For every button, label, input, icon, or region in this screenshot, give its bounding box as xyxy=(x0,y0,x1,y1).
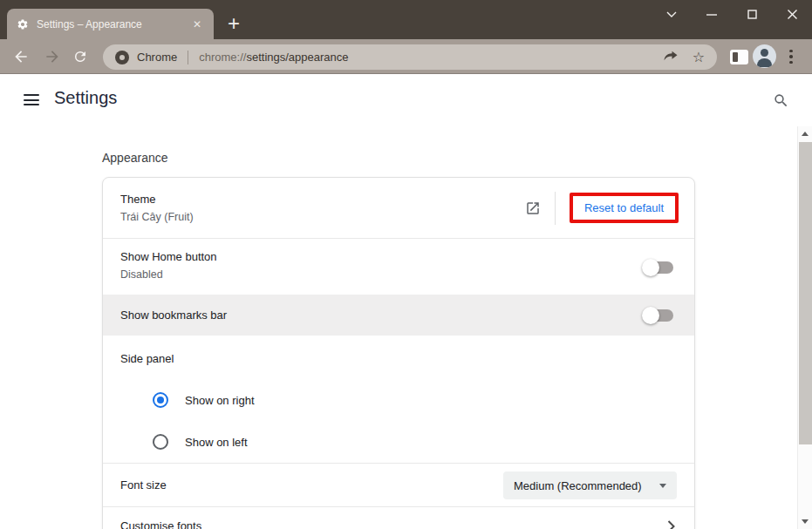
page-title: Settings xyxy=(54,88,117,108)
option-label: Show on left xyxy=(185,436,248,449)
browser-tab[interactable]: Settings – Appearance ✕ xyxy=(7,9,214,39)
customise-fonts-label: Customise fonts xyxy=(120,519,677,529)
search-icon[interactable] xyxy=(771,91,790,110)
show-bookmarks-toggle[interactable] xyxy=(645,309,673,322)
dropdown-caret-icon xyxy=(659,484,666,488)
tab-close-icon[interactable]: ✕ xyxy=(189,17,205,32)
url-text[interactable]: chrome://settings/appearance xyxy=(199,51,348,64)
scroll-down-icon[interactable] xyxy=(802,519,809,524)
browser-menu-icon[interactable] xyxy=(784,46,798,67)
reset-to-default-button[interactable]: Reset to default xyxy=(584,201,664,214)
page-scrollbar[interactable] xyxy=(797,126,812,529)
show-home-toggle[interactable] xyxy=(645,261,673,274)
forward-icon xyxy=(42,46,63,67)
settings-page: Settings Appearance Theme Trái Cây (Frui… xyxy=(0,74,812,529)
side-panel-icon[interactable] xyxy=(730,50,748,64)
show-home-label: Show Home button xyxy=(120,250,677,263)
show-home-status: Disabled xyxy=(120,268,677,281)
option-label: Show on right xyxy=(185,394,255,407)
annotation-highlight-box: Reset to default xyxy=(570,193,679,223)
section-label: Appearance xyxy=(102,151,168,165)
maximize-icon[interactable] xyxy=(732,0,772,29)
omnibox-separator xyxy=(188,51,188,64)
theme-row[interactable]: Theme Trái Cây (Fruit) Reset to default xyxy=(103,178,694,238)
gear-favicon-icon xyxy=(16,17,30,31)
tab-title: Settings – Appearance xyxy=(37,18,182,31)
appearance-card: Theme Trái Cây (Fruit) Reset to default … xyxy=(102,177,695,529)
radio-selected-icon[interactable] xyxy=(153,392,168,408)
side-panel-option-right[interactable]: Show on right xyxy=(153,379,255,421)
share-icon[interactable] xyxy=(663,49,679,65)
show-home-button-row[interactable]: Show Home button Disabled xyxy=(103,238,694,295)
reload-icon[interactable] xyxy=(70,46,91,67)
side-panel-option-left[interactable]: Show on left xyxy=(153,421,248,463)
tab-search-chevron-icon[interactable] xyxy=(652,0,692,29)
back-icon[interactable] xyxy=(10,46,31,67)
chevron-right-icon xyxy=(667,520,675,529)
side-panel-section: Side panel Show on right Show on left xyxy=(103,336,694,463)
side-panel-label: Side panel xyxy=(120,352,174,365)
chrome-logo-icon xyxy=(115,51,129,64)
address-bar[interactable]: Chrome chrome://settings/appearance ☆ xyxy=(103,44,717,70)
browser-toolbar: Chrome chrome://settings/appearance ☆ xyxy=(0,39,812,74)
url-scheme: chrome:// xyxy=(199,51,246,64)
scroll-up-icon[interactable] xyxy=(802,132,809,136)
minimize-icon[interactable] xyxy=(692,0,732,29)
window-controls xyxy=(652,0,812,29)
url-path: settings/appearance xyxy=(246,51,348,64)
font-size-row: Font size Medium (Recommended) xyxy=(103,463,694,506)
external-link-icon[interactable] xyxy=(525,200,541,216)
new-tab-button[interactable]: + xyxy=(220,10,248,37)
show-bookmarks-label: Show bookmarks bar xyxy=(120,309,227,322)
font-size-select[interactable]: Medium (Recommended) xyxy=(503,471,677,499)
bookmark-star-icon[interactable]: ☆ xyxy=(693,51,705,64)
vertical-divider xyxy=(555,192,556,225)
font-size-value: Medium (Recommended) xyxy=(514,479,642,492)
customise-fonts-row[interactable]: Customise fonts xyxy=(103,506,694,529)
radio-unselected-icon[interactable] xyxy=(153,434,168,450)
site-label: Chrome xyxy=(137,51,177,64)
close-icon[interactable] xyxy=(772,0,812,29)
window-titlebar: Settings – Appearance ✕ + xyxy=(0,0,812,39)
profile-avatar[interactable] xyxy=(753,44,776,68)
show-bookmarks-bar-row[interactable]: Show bookmarks bar xyxy=(103,295,694,336)
hamburger-menu-icon[interactable] xyxy=(24,94,39,105)
scrollbar-thumb[interactable] xyxy=(799,142,812,444)
